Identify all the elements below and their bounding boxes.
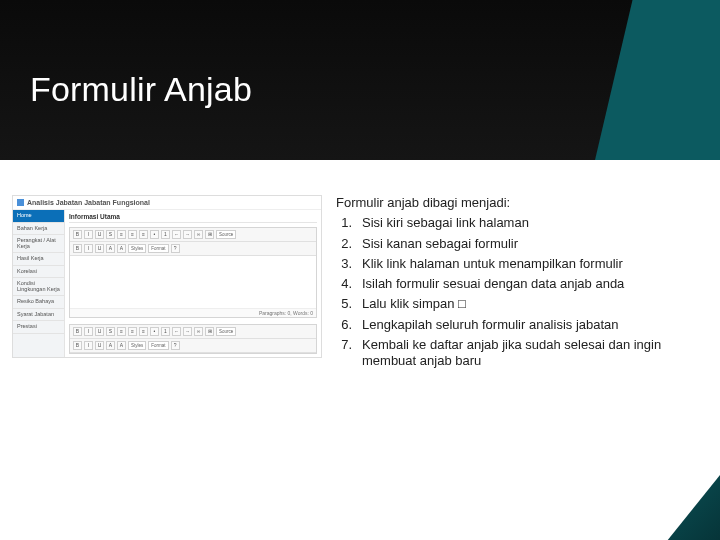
header-accent: [595, 0, 720, 160]
toolbar-button[interactable]: •: [150, 230, 159, 239]
toolbar-button[interactable]: B: [73, 230, 82, 239]
toolbar-button[interactable]: 1: [161, 327, 170, 336]
sidebar-item[interactable]: Kondisi Lingkungan Kerja: [13, 278, 64, 296]
app-sidebar: Home Bahan Kerja Perangkat / Alat Kerja …: [13, 210, 65, 357]
list-item: 6.Lengkapilah seluruh formulir analisis …: [336, 317, 700, 333]
divider: [69, 222, 317, 223]
toolbar-button[interactable]: ≡: [117, 327, 126, 336]
toolbar-button[interactable]: ⊞: [205, 327, 214, 336]
list-item: 5.Lalu klik simpan □: [336, 296, 700, 312]
toolbar-button[interactable]: →: [183, 230, 192, 239]
toolbar-button[interactable]: U: [95, 244, 104, 253]
info-heading: Informasi Utama: [69, 213, 317, 220]
app-frame: Analisis Jabatan Jabatan Fungsional Home…: [12, 195, 322, 358]
toolbar-button[interactable]: S: [106, 230, 115, 239]
intro-line: Formulir anjab dibagi menjadi:: [336, 195, 700, 211]
editor-status: Paragraphs: 0, Words: 0: [70, 308, 316, 317]
toolbar-button[interactable]: ≡: [139, 230, 148, 239]
toolbar-button[interactable]: ⊞: [205, 230, 214, 239]
toolbar-button[interactable]: ≡: [117, 230, 126, 239]
sidebar-item[interactable]: Prestasi: [13, 321, 64, 334]
editor-toolbar-2: BIUAAStylesFormat?: [70, 339, 316, 353]
app-main: Informasi Utama BIUS≡≡≡•1←→∞⊞Source BIUA…: [65, 210, 321, 357]
editor-toolbar: BIUS≡≡≡•1←→∞⊞Source: [70, 228, 316, 242]
format-select[interactable]: Format: [148, 244, 168, 253]
slide-title: Formulir Anjab: [30, 70, 252, 109]
sidebar-item[interactable]: Perangkat / Alat Kerja: [13, 235, 64, 253]
toolbar-button[interactable]: ←: [172, 327, 181, 336]
toolbar-button[interactable]: B: [73, 327, 82, 336]
toolbar-button[interactable]: U: [95, 341, 104, 350]
toolbar-button[interactable]: ∞: [194, 230, 203, 239]
editor-textarea[interactable]: [70, 256, 316, 308]
toolbar-button[interactable]: A: [117, 244, 126, 253]
slide-content: Analisis Jabatan Jabatan Fungsional Home…: [0, 160, 720, 393]
toolbar-button[interactable]: A: [117, 341, 126, 350]
toolbar-button[interactable]: A: [106, 244, 115, 253]
list-item: 7.Kembali ke daftar anjab jika sudah sel…: [336, 337, 700, 370]
toolbar-button[interactable]: 1: [161, 230, 170, 239]
toolbar-button[interactable]: B: [73, 244, 82, 253]
toolbar-button[interactable]: •: [150, 327, 159, 336]
list-item: 4.Isilah formulir sesuai dengan data anj…: [336, 276, 700, 292]
toolbar-button[interactable]: ∞: [194, 327, 203, 336]
instruction-list: 1.Sisi kiri sebagai link halaman 2.Sisi …: [336, 215, 700, 369]
source-button[interactable]: Source: [216, 327, 236, 336]
toolbar-button[interactable]: I: [84, 327, 93, 336]
rich-text-editor-1: BIUS≡≡≡•1←→∞⊞Source BIUAAStylesFormat? P…: [69, 227, 317, 318]
embedded-screenshot: Analisis Jabatan Jabatan Fungsional Home…: [12, 195, 322, 373]
format-select[interactable]: Format: [148, 341, 168, 350]
toolbar-button[interactable]: I: [84, 230, 93, 239]
slide-header: Formulir Anjab: [0, 0, 720, 160]
toolbar-button[interactable]: A: [106, 341, 115, 350]
toolbar-button[interactable]: →: [183, 327, 192, 336]
rich-text-editor-2: BIUS≡≡≡•1←→∞⊞Source BIUAAStylesFormat?: [69, 324, 317, 354]
toolbar-button[interactable]: B: [73, 341, 82, 350]
sidebar-item[interactable]: Bahan Kerja: [13, 223, 64, 236]
app-titlebar: Analisis Jabatan Jabatan Fungsional: [13, 196, 321, 210]
list-item: 2.Sisi kanan sebagai formulir: [336, 236, 700, 252]
toolbar-button[interactable]: U: [95, 327, 104, 336]
list-item: 3.Klik link halaman untuk menampilkan fo…: [336, 256, 700, 272]
sidebar-item[interactable]: Korelasi: [13, 266, 64, 279]
styles-select[interactable]: Styles: [128, 244, 146, 253]
toolbar-button[interactable]: ≡: [128, 230, 137, 239]
toolbar-button[interactable]: ≡: [128, 327, 137, 336]
sidebar-item[interactable]: Hasil Kerja: [13, 253, 64, 266]
sidebar-item[interactable]: Home: [13, 210, 64, 223]
app-icon: [17, 199, 24, 206]
list-item: 1.Sisi kiri sebagai link halaman: [336, 215, 700, 231]
toolbar-button[interactable]: ?: [171, 341, 180, 350]
editor-toolbar-2: BIUAAStylesFormat?: [70, 242, 316, 256]
toolbar-button[interactable]: I: [84, 341, 93, 350]
toolbar-button[interactable]: S: [106, 327, 115, 336]
toolbar-button[interactable]: U: [95, 230, 104, 239]
sidebar-item[interactable]: Resiko Bahaya: [13, 296, 64, 309]
editor-toolbar: BIUS≡≡≡•1←→∞⊞Source: [70, 325, 316, 339]
toolbar-button[interactable]: ?: [171, 244, 180, 253]
corner-accent: [625, 475, 720, 540]
app-title: Analisis Jabatan Jabatan Fungsional: [27, 199, 150, 206]
instruction-text: Formulir anjab dibagi menjadi: 1.Sisi ki…: [336, 195, 700, 373]
toolbar-button[interactable]: I: [84, 244, 93, 253]
sidebar-item[interactable]: Syarat Jabatan: [13, 309, 64, 322]
toolbar-button[interactable]: ≡: [139, 327, 148, 336]
source-button[interactable]: Source: [216, 230, 236, 239]
styles-select[interactable]: Styles: [128, 341, 146, 350]
toolbar-button[interactable]: ←: [172, 230, 181, 239]
